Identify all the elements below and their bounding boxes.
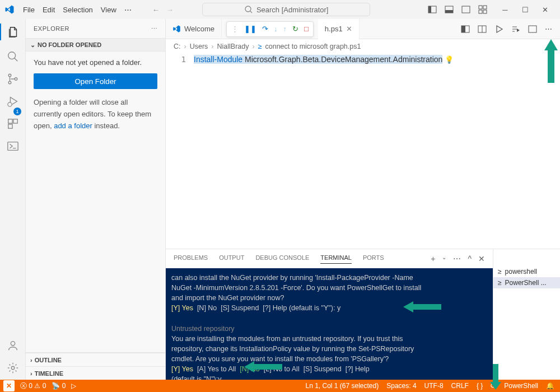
new-terminal-icon[interactable]: + <box>431 254 435 263</box>
svg-marker-38 <box>490 382 501 390</box>
search-box[interactable]: Search [Administrator] <box>202 3 370 16</box>
section-no-folder[interactable]: ⌄ NO FOLDER OPENED <box>26 38 165 52</box>
activity-account[interactable] <box>7 339 19 352</box>
terminal[interactable]: can also install the NuGet provider by r… <box>166 268 493 380</box>
code-editor[interactable]: 1 Install-Module Microsoft.Graph.Beta.De… <box>166 54 560 249</box>
folder-hint: Opening a folder will close all currentl… <box>34 97 157 132</box>
panel-more-icon[interactable]: ⋯ <box>453 254 461 263</box>
layout-bottom-icon[interactable] <box>445 5 454 14</box>
svg-rect-3 <box>428 6 431 13</box>
chevron-right-icon: › <box>30 357 32 363</box>
menu-selection[interactable]: Selection <box>59 0 96 19</box>
status-cursor[interactable]: Ln 1, Col 1 (67 selected) <box>305 382 379 390</box>
status-encoding[interactable]: UTF-8 <box>424 382 444 390</box>
split-icon[interactable] <box>478 25 487 34</box>
close-panel-icon[interactable]: ✕ <box>478 254 485 263</box>
svg-marker-36 <box>403 301 441 312</box>
svg-rect-7 <box>467 6 470 13</box>
add-folder-link[interactable]: add a folder <box>54 122 92 130</box>
status-bell-icon[interactable]: 🔔 <box>546 382 554 390</box>
activity-settings[interactable] <box>7 362 19 374</box>
activity-scm[interactable] <box>7 73 19 85</box>
layout-right-icon[interactable] <box>461 5 470 14</box>
close-tab-icon[interactable]: ✕ <box>346 25 352 33</box>
line-number: 1 <box>166 54 194 249</box>
pause-icon[interactable]: ❚❚ <box>244 25 256 33</box>
layout-customize-icon[interactable] <box>478 5 487 14</box>
status-errors[interactable]: ⓧ 0 ⚠ 0 <box>20 381 46 391</box>
bottom-panel: PROBLEMS OUTPUT DEBUG CONSOLE TERMINAL P… <box>166 249 560 380</box>
status-spaces[interactable]: Spaces: 4 <box>386 382 416 390</box>
close-button[interactable]: ✕ <box>535 0 556 19</box>
panel-tab-debug[interactable]: DEBUG CONSOLE <box>255 254 309 263</box>
terminal-list: ≥powershell ≥PowerShell ... <box>493 249 560 380</box>
maximize-button[interactable]: ☐ <box>515 0 535 19</box>
tab-welcome[interactable]: Welcome <box>166 19 222 39</box>
minimize-button[interactable]: ─ <box>495 0 515 19</box>
run-icon[interactable] <box>494 25 503 34</box>
diff-icon[interactable] <box>461 25 470 34</box>
step-over-icon[interactable]: ↷ <box>262 25 268 33</box>
svg-point-0 <box>245 6 251 12</box>
svg-marker-37 <box>244 361 282 372</box>
breadcrumb[interactable]: C:› Users› NiallBrady› ≥ connect to micr… <box>166 39 560 54</box>
lightbulb-icon[interactable]: 💡 <box>445 55 454 64</box>
activity-powershell[interactable] <box>7 140 19 152</box>
maximize-panel-icon[interactable]: ^ <box>468 254 472 263</box>
status-eol[interactable]: CRLF <box>451 382 469 390</box>
svg-marker-29 <box>497 26 502 32</box>
panel-tab-problems[interactable]: PROBLEMS <box>174 254 208 263</box>
menu-view[interactable]: View <box>97 0 120 19</box>
tab-file[interactable]: h.ps1 ✕ <box>318 19 360 39</box>
menu-edit[interactable]: Edit <box>39 0 59 19</box>
layout-icon[interactable] <box>528 25 537 34</box>
drag-handle-icon[interactable]: ⋮ <box>231 25 239 33</box>
activity-extensions[interactable] <box>7 118 19 130</box>
svg-point-14 <box>8 74 11 77</box>
ps-icon: ≥ <box>258 43 262 50</box>
run-selection-icon[interactable] <box>511 25 520 34</box>
menu-file[interactable]: File <box>19 0 39 19</box>
stop-icon[interactable]: □ <box>304 25 309 33</box>
activity-debug[interactable] <box>7 95 19 108</box>
svg-rect-5 <box>445 10 453 13</box>
section-outline[interactable]: ›OUTLINE <box>26 353 165 366</box>
step-into-icon[interactable]: ↓ <box>274 25 278 33</box>
badge: 1 <box>13 108 21 115</box>
sidebar-more-icon[interactable]: ⋯ <box>151 25 158 32</box>
svg-point-23 <box>11 342 15 346</box>
layout-left-icon[interactable] <box>428 5 437 14</box>
nav-back-icon[interactable]: ← <box>152 6 160 14</box>
panel-tab-ports[interactable]: PORTS <box>363 254 384 263</box>
nav-forward-icon[interactable]: → <box>166 6 174 14</box>
status-language[interactable]: PowerShell <box>504 382 538 390</box>
annotation-arrow <box>487 363 504 391</box>
chevron-right-icon: › <box>30 370 32 377</box>
open-folder-button[interactable]: Open Folder <box>34 73 157 89</box>
terminal-item-1[interactable]: ≥powershell <box>493 266 560 277</box>
activity-search[interactable] <box>7 50 19 63</box>
step-out-icon[interactable]: ↑ <box>283 25 287 33</box>
remote-button[interactable]: ✕ <box>3 380 15 391</box>
section-timeline[interactable]: ›TIMELINE <box>26 366 165 380</box>
svg-rect-26 <box>461 26 465 32</box>
status-debug-icon[interactable]: ▷ <box>71 382 76 390</box>
activity-explorer[interactable] <box>0 24 25 40</box>
search-icon <box>244 5 253 14</box>
chevron-down-icon: ⌄ <box>30 41 35 49</box>
terminal-item-2[interactable]: ≥PowerShell ... <box>493 277 560 288</box>
status-radio[interactable]: 📡 0 <box>52 382 66 390</box>
svg-line-13 <box>14 58 17 62</box>
panel-tab-output[interactable]: OUTPUT <box>219 254 244 263</box>
terminal-dropdown-icon[interactable]: ⌄ <box>442 254 446 263</box>
menu-more[interactable]: ⋯ <box>120 0 136 19</box>
menu-bar: File Edit Selection View ⋯ <box>19 0 136 19</box>
status-braces[interactable]: { } <box>477 382 483 390</box>
svg-rect-19 <box>8 119 12 123</box>
restart-icon[interactable]: ↻ <box>292 25 298 33</box>
panel-tab-terminal[interactable]: TERMINAL <box>320 254 352 264</box>
activity-bar: 1 <box>0 19 26 380</box>
more-actions-icon[interactable]: ⋯ <box>545 25 552 34</box>
annotation-arrow <box>244 360 283 374</box>
svg-point-15 <box>8 81 11 84</box>
